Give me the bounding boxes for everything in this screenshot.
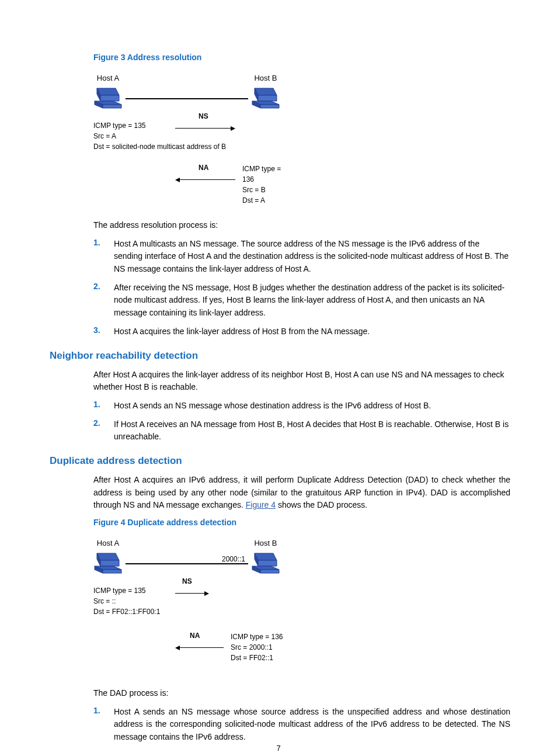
na-dst: Dst = A (242, 195, 292, 206)
host-b-ip: 2000::1 (222, 555, 245, 563)
page: Figure 3 Address resolution Host A (0, 0, 557, 756)
ns-dst: Dst = solicited-node multicast address o… (93, 141, 292, 152)
list-text: After receiving the NS message, Host B j… (114, 282, 510, 320)
list-number: 1. (93, 706, 114, 744)
list-text: Host A sends an NS message whose destina… (114, 400, 510, 412)
svg-marker-6 (255, 88, 277, 95)
ns-msg-row: ICMP type = 135 Src = A Dst = solicited-… (93, 120, 292, 152)
ns-dst: Dst = FF02::1:FF00:1 (93, 606, 292, 617)
figure4-diagram: Host A 2000::1 Host B (93, 539, 510, 664)
host-a-label: Host A (93, 539, 123, 547)
svg-marker-5 (103, 105, 121, 108)
computer-icon (251, 552, 280, 577)
nrd-intro: After Host A acquires the link-layer add… (93, 369, 510, 394)
svg-marker-18 (255, 553, 277, 560)
dad-intro-post: shows the DAD process. (276, 500, 367, 509)
figure4-link[interactable]: Figure 4 (246, 500, 276, 509)
figure4-caption: Figure 4 Duplicate address detection (93, 518, 510, 527)
ar-intro: The address resolution process is: (93, 219, 510, 232)
na-label: NA (199, 164, 208, 172)
list-text: Host A acquires the link-layer address o… (114, 325, 510, 338)
figure3-caption: Figure 3 Address resolution (93, 53, 510, 62)
na-arrow: NA (175, 642, 224, 653)
host-b-block: Host B (251, 74, 280, 112)
arrow-right-icon (231, 126, 235, 131)
na-msg-row: NA ICMP type = 136 Src = 2000::1 Dst = F… (93, 632, 315, 664)
na-src: Src = B (242, 185, 292, 195)
list-item: 2. If Host A receives an NA message from… (93, 418, 510, 443)
host-b-label: Host B (251, 74, 280, 82)
svg-marker-12 (97, 553, 119, 560)
arrow-right-icon (204, 591, 209, 596)
computer-icon (93, 87, 123, 112)
ar-steps: 1. Host A multicasts an NS message. The … (93, 238, 510, 338)
na-msg-row: NA ICMP type = 136 Src = B Dst = A (93, 164, 292, 196)
list-item: 3. Host A acquires the link-layer addres… (93, 325, 510, 338)
list-number: 1. (93, 238, 114, 276)
list-number: 1. (93, 400, 114, 412)
ns-arrow: NS (175, 588, 209, 598)
list-text: If Host A receives an NA message from Ho… (114, 418, 510, 443)
list-item: 2. After receiving the NS message, Host … (93, 282, 510, 320)
ns-arrow: NS (175, 123, 235, 133)
list-item: 1. Host A multicasts an NS message. The … (93, 238, 510, 276)
dad-intro: After Host A acquires an IPv6 address, i… (93, 474, 510, 512)
list-number: 3. (93, 325, 114, 338)
list-number: 2. (93, 418, 114, 443)
na-icmp: ICMP type = 136 (231, 632, 283, 642)
dad-heading: Duplicate address detection (50, 455, 510, 467)
svg-marker-11 (260, 105, 279, 108)
na-arrow: NA (175, 174, 235, 185)
ns-label: NS (182, 577, 192, 585)
list-text: Host A sends an NS message whose source … (114, 706, 510, 744)
figure3-diagram: Host A Host B (93, 74, 510, 196)
dad-intro2: The DAD process is: (93, 687, 510, 700)
host-a-block: Host A (93, 539, 123, 577)
na-icmp: ICMP type = 136 (242, 164, 292, 185)
host-a-label: Host A (93, 74, 123, 82)
list-item: 1. Host A sends an NS message whose sour… (93, 706, 510, 744)
ns-msg-row: ICMP type = 135 Src = :: Dst = FF02::1:F… (93, 585, 292, 617)
hosts-row: Host A 2000::1 Host B (93, 539, 280, 577)
svg-marker-8 (258, 95, 277, 101)
na-dst: Dst = FF02::1 (231, 653, 283, 663)
nrd-steps: 1. Host A sends an NS message whose dest… (93, 400, 510, 443)
ns-label: NS (199, 112, 208, 120)
svg-marker-20 (258, 560, 277, 566)
hosts-row: Host A Host B (93, 74, 280, 112)
na-text: ICMP type = 136 Src = B Dst = A (242, 164, 292, 206)
host-b-label: Host B (251, 539, 280, 547)
svg-marker-17 (103, 570, 121, 573)
svg-marker-14 (100, 560, 119, 566)
nrd-heading: Neighbor reachability detection (50, 350, 510, 362)
dad-steps: 1. Host A sends an NS message whose sour… (93, 706, 510, 744)
connection-line (126, 98, 248, 99)
na-label: NA (190, 632, 200, 640)
svg-marker-0 (97, 88, 119, 95)
page-number: 7 (0, 744, 557, 752)
list-text: Host A multicasts an NS message. The sou… (114, 238, 510, 276)
computer-icon (93, 552, 123, 577)
list-item: 1. Host A sends an NS message whose dest… (93, 400, 510, 412)
svg-marker-23 (260, 570, 279, 573)
list-number: 2. (93, 282, 114, 320)
arrow-left-icon (175, 646, 180, 650)
host-a-block: Host A (93, 74, 123, 112)
arrow-left-icon (175, 178, 180, 182)
na-text: ICMP type = 136 Src = 2000::1 Dst = FF02… (231, 632, 283, 663)
connection-line (126, 563, 248, 564)
na-src: Src = 2000::1 (231, 642, 283, 653)
svg-marker-2 (100, 95, 119, 101)
host-b-block: Host B (251, 539, 280, 577)
computer-icon (251, 87, 280, 112)
